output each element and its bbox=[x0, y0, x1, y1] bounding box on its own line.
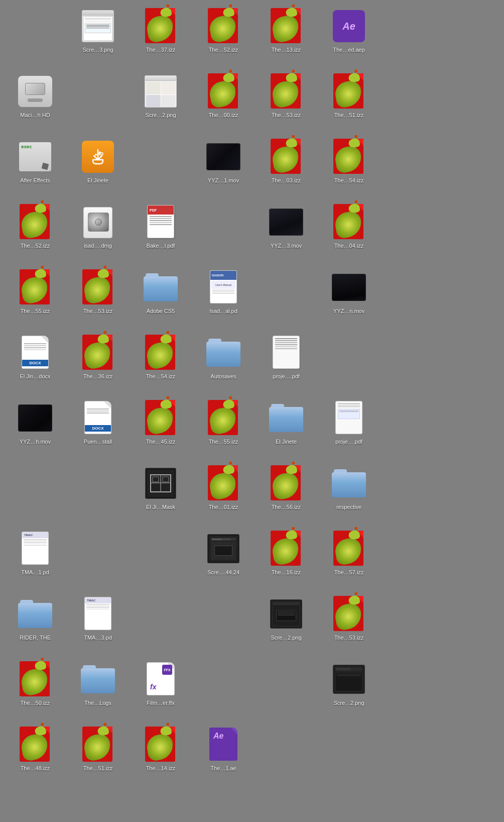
file-label-scre3png: Scre…3.png bbox=[82, 46, 113, 53]
file-icon-scre3png bbox=[80, 8, 116, 44]
file-the55izz-r5[interactable]: The…55.izz bbox=[193, 397, 254, 447]
file-yyz1mov[interactable]: YYZ…1.mov bbox=[193, 136, 254, 186]
file-film-ffx[interactable]: FFX fx Film…er.ffx bbox=[131, 658, 191, 708]
file-the48izz[interactable]: The…48.izz bbox=[5, 724, 65, 774]
file-icon-film-ffx: FFX fx bbox=[143, 661, 179, 697]
file-the50izz[interactable]: The…50.izz bbox=[5, 658, 65, 708]
file-the04izz[interactable]: The…04.izz bbox=[319, 201, 379, 251]
file-scre2png-r8[interactable]: Scre…2.png bbox=[256, 593, 316, 643]
file-label-proje-pdf2: proje….pdf bbox=[335, 438, 362, 445]
file-the1-aep[interactable]: Ae The…1.ae bbox=[193, 724, 254, 774]
file-label-the51izz: The…51.izz bbox=[334, 112, 364, 119]
file-icon-aftereffects: exec bbox=[17, 139, 53, 175]
file-icon-scre2png-r8 bbox=[268, 596, 304, 632]
file-scre2png-r9[interactable]: Scre…2.png bbox=[319, 658, 379, 708]
file-the57izz[interactable]: The…57.izz bbox=[319, 528, 379, 578]
file-macihd[interactable]: Maci…h HD bbox=[5, 70, 65, 121]
file-rider-folder[interactable]: RIDER, THE bbox=[5, 593, 65, 643]
file-icon-puen-stall: DOCX bbox=[80, 400, 116, 436]
file-icon-eljinete-folder bbox=[268, 400, 304, 436]
file-label-the56izz: The…56.izz bbox=[272, 503, 301, 510]
file-the36izz[interactable]: The…36.izz bbox=[68, 332, 128, 382]
file-label-the01izz: The…01.izz bbox=[209, 503, 238, 510]
file-aftereffects[interactable]: exec After Effects bbox=[5, 136, 65, 186]
file-tma3-pdf[interactable]: TMAC TMA…3.pd bbox=[68, 593, 128, 643]
file-the56izz[interactable]: The…56.izz bbox=[256, 462, 316, 512]
file-puen-stall[interactable]: DOCX Puen…stall bbox=[68, 397, 128, 447]
file-the13izz[interactable]: The…13.izz bbox=[256, 5, 316, 55]
file-the54izz[interactable]: The…54.izz bbox=[319, 136, 379, 186]
file-label-elji-mask: El Ji…Mask bbox=[146, 503, 175, 510]
file-the00izz[interactable]: The…00.izz bbox=[193, 70, 254, 121]
file-icon-the04izz bbox=[331, 204, 367, 240]
file-icon-isador-pdf: ISADOR User's Manual bbox=[205, 269, 241, 305]
file-the52izz[interactable]: The…52.izz bbox=[193, 5, 254, 55]
file-the01izz[interactable]: The…01.izz bbox=[193, 462, 254, 512]
file-thelogs-folder[interactable]: The…Logs bbox=[68, 658, 128, 708]
file-label-the1-aep: The…1.ae bbox=[210, 765, 236, 772]
file-label-isad-dmg: isad….dmg bbox=[84, 242, 112, 249]
file-yyz3mov[interactable]: YYZ…3.mov bbox=[256, 201, 316, 251]
file-icon-proje-pdf bbox=[268, 335, 304, 371]
file-yyzhmov[interactable]: YYZ…h.mov bbox=[5, 397, 65, 447]
file-yyznmov[interactable]: YYZ…n.mov bbox=[319, 266, 379, 317]
file-elji-mask[interactable]: El Ji…Mask bbox=[131, 462, 191, 512]
file-the45izz[interactable]: The…45.izz bbox=[131, 397, 191, 447]
file-the51izz-r9[interactable]: The…51.izz bbox=[68, 724, 128, 774]
file-isador-pdf[interactable]: ISADOR User's Manual Isad…al.pd bbox=[193, 266, 254, 317]
file-tma1-pdf[interactable]: TMAC TMA…1.pd bbox=[5, 528, 65, 578]
file-label-the57izz: The…57.izz bbox=[334, 569, 364, 576]
file-the54izz-r4[interactable]: The…54.izz bbox=[131, 332, 191, 382]
file-icon-yyz1mov bbox=[205, 139, 241, 175]
empty-cell-6b bbox=[68, 462, 128, 528]
desktop-grid: Scre…3.png The…37.izz The…52.izz The…13.… bbox=[0, 0, 504, 794]
file-icon-tma1-pdf: TMAC bbox=[17, 531, 53, 567]
file-the53izz-r3[interactable]: The…53.izz bbox=[68, 266, 128, 317]
file-adobecs5-folder[interactable]: Adobe CS5 bbox=[131, 266, 191, 317]
file-label-the13izz: The…13.izz bbox=[272, 46, 301, 53]
file-eljinete-usb[interactable]: El Jinete bbox=[68, 136, 128, 186]
file-icon-scr-4424 bbox=[205, 531, 241, 567]
file-label-the51izz-r9: The…51.izz bbox=[83, 765, 113, 772]
file-eljin-docx[interactable]: DOCX El Jin…docx bbox=[5, 332, 65, 382]
file-label-the53izz-r3: The…53.izz bbox=[83, 307, 113, 315]
file-label-scre2png-r9: Scre…2.png bbox=[333, 699, 364, 706]
file-icon-the51izz bbox=[331, 73, 367, 110]
file-icon-rider-folder bbox=[17, 596, 53, 632]
file-the03izz[interactable]: The…03.izz bbox=[256, 136, 316, 186]
file-label-thelogs-folder: The…Logs bbox=[84, 699, 111, 706]
file-eljinete-folder[interactable]: El Jinete bbox=[256, 397, 316, 447]
file-icon-the53izz-r1 bbox=[268, 73, 304, 110]
file-the53izz-r1[interactable]: The…53.izz bbox=[256, 70, 316, 121]
file-label-the54izz: The…54.izz bbox=[334, 177, 364, 184]
file-the53izz-r8[interactable]: The…53.izz bbox=[319, 593, 379, 643]
file-icon-the57izz bbox=[331, 531, 367, 567]
file-the52izz-r2[interactable]: The…52.izz bbox=[5, 201, 65, 251]
file-label-scre2png: Scre…2.png bbox=[145, 112, 176, 119]
file-isad-dmg[interactable]: isad….dmg bbox=[68, 201, 128, 251]
file-icon-bake-pdf: PDF bbox=[143, 204, 179, 240]
file-icon-the1-aep: Ae bbox=[205, 727, 241, 763]
file-the55izz[interactable]: The…55.izz bbox=[5, 266, 65, 317]
file-icon-eljinete-usb bbox=[80, 139, 116, 175]
file-proje-pdf2[interactable]: proje….pdf bbox=[319, 397, 379, 447]
empty-cell-1 bbox=[68, 70, 128, 136]
file-the37izz[interactable]: The…37.izz bbox=[131, 5, 191, 55]
file-scre3png[interactable]: Scre…3.png bbox=[68, 5, 128, 55]
file-the-ed-aep[interactable]: Ae The…ed.aep bbox=[319, 5, 379, 55]
file-autosaves-folder[interactable]: Autosaves bbox=[193, 332, 254, 382]
file-bake-pdf[interactable]: PDF Bake…l.pdf bbox=[131, 201, 191, 251]
file-icon-the01izz bbox=[205, 465, 241, 501]
file-icon-the45izz bbox=[143, 400, 179, 436]
file-label-the48izz: The…48.izz bbox=[21, 765, 50, 772]
file-the16izz[interactable]: The…16.izz bbox=[256, 528, 316, 578]
file-label-isador-pdf: Isad…al.pd bbox=[209, 307, 237, 315]
file-scre2png[interactable]: Scre…2.png bbox=[131, 70, 191, 121]
file-proje-pdf[interactable]: proje….pdf bbox=[256, 332, 316, 382]
file-the51izz[interactable]: The…51.izz bbox=[319, 70, 379, 121]
file-label-eljin-docx: El Jin…docx bbox=[20, 373, 50, 380]
file-scr-4424[interactable]: Scre….44.24 bbox=[193, 528, 254, 578]
file-respective-folder[interactable]: respective bbox=[319, 462, 379, 512]
file-icon-elji-mask bbox=[143, 465, 179, 501]
file-the14izz[interactable]: The…14.izz bbox=[131, 724, 191, 774]
